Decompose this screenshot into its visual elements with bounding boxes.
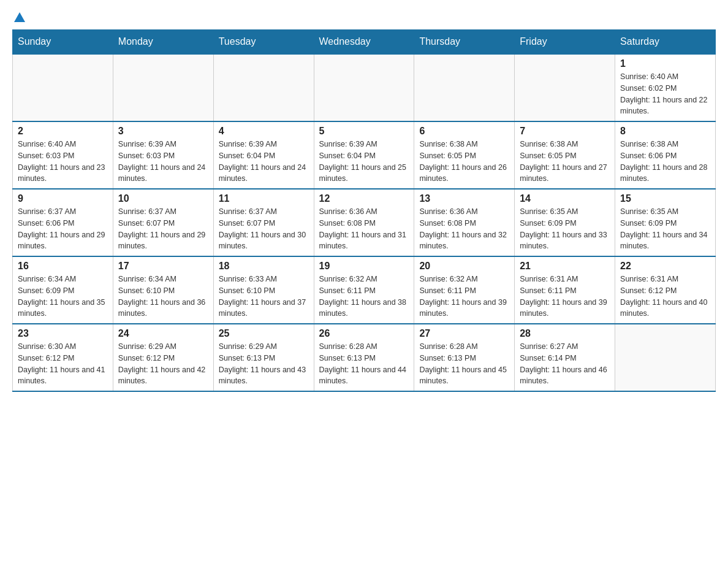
day-number: 5 [319, 126, 409, 137]
calendar-week-5: 23Sunrise: 6:30 AMSunset: 6:12 PMDayligh… [13, 324, 716, 391]
day-number: 25 [219, 328, 309, 339]
day-info: Sunrise: 6:27 AMSunset: 6:14 PMDaylight:… [520, 341, 610, 387]
day-info: Sunrise: 6:35 AMSunset: 6:09 PMDaylight:… [620, 206, 710, 252]
calendar-cell: 8Sunrise: 6:38 AMSunset: 6:06 PMDaylight… [615, 121, 716, 189]
weekday-header-thursday: Thursday [414, 30, 515, 55]
day-number: 11 [219, 193, 309, 204]
calendar-cell: 7Sunrise: 6:38 AMSunset: 6:05 PMDaylight… [515, 121, 615, 189]
calendar-cell [414, 54, 515, 121]
calendar-cell [515, 54, 615, 121]
day-info: Sunrise: 6:36 AMSunset: 6:08 PMDaylight:… [419, 206, 509, 252]
day-info: Sunrise: 6:31 AMSunset: 6:11 PMDaylight:… [520, 274, 610, 320]
calendar-cell: 20Sunrise: 6:32 AMSunset: 6:11 PMDayligh… [414, 256, 515, 324]
day-info: Sunrise: 6:38 AMSunset: 6:06 PMDaylight:… [620, 139, 710, 185]
day-info: Sunrise: 6:33 AMSunset: 6:10 PMDaylight:… [219, 274, 309, 320]
day-number: 9 [18, 193, 108, 204]
day-info: Sunrise: 6:39 AMSunset: 6:04 PMDaylight:… [319, 139, 409, 185]
calendar-cell: 14Sunrise: 6:35 AMSunset: 6:09 PMDayligh… [515, 189, 615, 256]
day-number: 16 [18, 261, 108, 272]
calendar-cell [13, 54, 113, 121]
day-info: Sunrise: 6:32 AMSunset: 6:11 PMDaylight:… [319, 274, 409, 320]
day-info: Sunrise: 6:29 AMSunset: 6:12 PMDaylight:… [118, 341, 208, 387]
day-info: Sunrise: 6:36 AMSunset: 6:08 PMDaylight:… [319, 206, 409, 252]
day-info: Sunrise: 6:40 AMSunset: 6:03 PMDaylight:… [18, 139, 108, 185]
calendar-cell [113, 54, 213, 121]
calendar-cell: 16Sunrise: 6:34 AMSunset: 6:09 PMDayligh… [13, 256, 113, 324]
calendar-week-3: 9Sunrise: 6:37 AMSunset: 6:06 PMDaylight… [13, 189, 716, 256]
day-number: 14 [520, 193, 610, 204]
calendar-week-1: 1Sunrise: 6:40 AMSunset: 6:02 PMDaylight… [13, 54, 716, 121]
calendar-cell: 10Sunrise: 6:37 AMSunset: 6:07 PMDayligh… [113, 189, 213, 256]
weekday-header-saturday: Saturday [615, 30, 716, 55]
weekday-header-monday: Monday [113, 30, 213, 55]
day-number: 19 [319, 261, 409, 272]
day-info: Sunrise: 6:37 AMSunset: 6:06 PMDaylight:… [18, 206, 108, 252]
day-info: Sunrise: 6:31 AMSunset: 6:12 PMDaylight:… [620, 274, 710, 320]
day-info: Sunrise: 6:39 AMSunset: 6:04 PMDaylight:… [219, 139, 309, 185]
day-number: 17 [118, 261, 208, 272]
weekday-header-wednesday: Wednesday [314, 30, 414, 55]
calendar-cell: 21Sunrise: 6:31 AMSunset: 6:11 PMDayligh… [515, 256, 615, 324]
day-number: 21 [520, 261, 610, 272]
day-number: 23 [18, 328, 108, 339]
calendar-cell: 5Sunrise: 6:39 AMSunset: 6:04 PMDaylight… [314, 121, 414, 189]
day-info: Sunrise: 6:28 AMSunset: 6:13 PMDaylight:… [319, 341, 409, 387]
calendar-cell: 12Sunrise: 6:36 AMSunset: 6:08 PMDayligh… [314, 189, 414, 256]
calendar-week-4: 16Sunrise: 6:34 AMSunset: 6:09 PMDayligh… [13, 256, 716, 324]
day-number: 2 [18, 126, 108, 137]
calendar-cell: 11Sunrise: 6:37 AMSunset: 6:07 PMDayligh… [213, 189, 314, 256]
calendar-cell: 23Sunrise: 6:30 AMSunset: 6:12 PMDayligh… [13, 324, 113, 391]
day-number: 7 [520, 126, 610, 137]
day-info: Sunrise: 6:39 AMSunset: 6:03 PMDaylight:… [118, 139, 208, 185]
calendar-cell [213, 54, 314, 121]
weekday-header-sunday: Sunday [13, 30, 113, 55]
day-number: 20 [419, 261, 509, 272]
day-number: 24 [118, 328, 208, 339]
day-info: Sunrise: 6:30 AMSunset: 6:12 PMDaylight:… [18, 341, 108, 387]
calendar-header-row: SundayMondayTuesdayWednesdayThursdayFrid… [13, 30, 716, 55]
calendar-cell: 27Sunrise: 6:28 AMSunset: 6:13 PMDayligh… [414, 324, 515, 391]
day-number: 1 [620, 58, 710, 69]
calendar-cell [314, 54, 414, 121]
day-number: 6 [419, 126, 509, 137]
day-info: Sunrise: 6:38 AMSunset: 6:05 PMDaylight:… [520, 139, 610, 185]
day-info: Sunrise: 6:37 AMSunset: 6:07 PMDaylight:… [219, 206, 309, 252]
day-number: 4 [219, 126, 309, 137]
calendar-cell: 13Sunrise: 6:36 AMSunset: 6:08 PMDayligh… [414, 189, 515, 256]
day-number: 28 [520, 328, 610, 339]
day-number: 13 [419, 193, 509, 204]
calendar-cell [615, 324, 716, 391]
logo [12, 12, 25, 23]
calendar-cell: 26Sunrise: 6:28 AMSunset: 6:13 PMDayligh… [314, 324, 414, 391]
day-info: Sunrise: 6:38 AMSunset: 6:05 PMDaylight:… [419, 139, 509, 185]
day-info: Sunrise: 6:34 AMSunset: 6:10 PMDaylight:… [118, 274, 208, 320]
calendar-cell: 24Sunrise: 6:29 AMSunset: 6:12 PMDayligh… [113, 324, 213, 391]
day-number: 3 [118, 126, 208, 137]
day-info: Sunrise: 6:34 AMSunset: 6:09 PMDaylight:… [18, 274, 108, 320]
calendar-cell: 1Sunrise: 6:40 AMSunset: 6:02 PMDaylight… [615, 54, 716, 121]
weekday-header-tuesday: Tuesday [213, 30, 314, 55]
day-number: 22 [620, 261, 710, 272]
calendar-table: SundayMondayTuesdayWednesdayThursdayFrid… [12, 29, 716, 392]
calendar-cell: 25Sunrise: 6:29 AMSunset: 6:13 PMDayligh… [213, 324, 314, 391]
day-number: 8 [620, 126, 710, 137]
day-number: 12 [319, 193, 409, 204]
calendar-cell: 19Sunrise: 6:32 AMSunset: 6:11 PMDayligh… [314, 256, 414, 324]
calendar-cell: 22Sunrise: 6:31 AMSunset: 6:12 PMDayligh… [615, 256, 716, 324]
day-info: Sunrise: 6:28 AMSunset: 6:13 PMDaylight:… [419, 341, 509, 387]
day-info: Sunrise: 6:37 AMSunset: 6:07 PMDaylight:… [118, 206, 208, 252]
day-number: 26 [319, 328, 409, 339]
day-number: 27 [419, 328, 509, 339]
calendar-cell: 28Sunrise: 6:27 AMSunset: 6:14 PMDayligh… [515, 324, 615, 391]
day-info: Sunrise: 6:35 AMSunset: 6:09 PMDaylight:… [520, 206, 610, 252]
calendar-cell: 17Sunrise: 6:34 AMSunset: 6:10 PMDayligh… [113, 256, 213, 324]
calendar-cell: 15Sunrise: 6:35 AMSunset: 6:09 PMDayligh… [615, 189, 716, 256]
calendar-cell: 6Sunrise: 6:38 AMSunset: 6:05 PMDaylight… [414, 121, 515, 189]
day-info: Sunrise: 6:32 AMSunset: 6:11 PMDaylight:… [419, 274, 509, 320]
day-number: 18 [219, 261, 309, 272]
day-number: 15 [620, 193, 710, 204]
calendar-cell: 18Sunrise: 6:33 AMSunset: 6:10 PMDayligh… [213, 256, 314, 324]
day-number: 10 [118, 193, 208, 204]
weekday-header-friday: Friday [515, 30, 615, 55]
calendar-cell: 9Sunrise: 6:37 AMSunset: 6:06 PMDaylight… [13, 189, 113, 256]
